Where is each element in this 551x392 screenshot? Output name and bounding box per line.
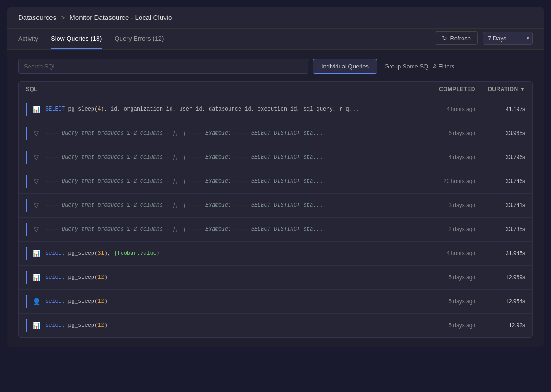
row-completed: 20 hours ago (416, 178, 475, 184)
row-sql: ---- Query that produces 1-2 columns - [… (45, 226, 416, 232)
chart-icon: 📊 (32, 106, 41, 113)
row-completed: 4 days ago (416, 154, 475, 160)
table-row[interactable]: 📊select pg_sleep(31), {foobar.value}4 ho… (19, 242, 532, 266)
main-container: Datasources > Monitor Datasource - Local… (7, 7, 544, 347)
days-select-wrapper: 7 Days 1 Day 30 Days (483, 32, 533, 45)
row-duration: 33.746s (475, 178, 525, 184)
row-duration: 31.945s (475, 250, 525, 256)
breadcrumb-separator: > (61, 14, 65, 21)
row-sql: ---- Query that produces 1-2 columns - [… (45, 130, 416, 136)
refresh-button[interactable]: ↻ Refresh (435, 31, 478, 45)
row-completed: 6 days ago (416, 130, 475, 136)
breadcrumb-root[interactable]: Datasources (18, 14, 56, 21)
toolbar-right: ↻ Refresh 7 Days 1 Day 30 Days (435, 31, 533, 49)
row-completed: 5 days ago (416, 322, 475, 329)
table-row[interactable]: 👤select pg_sleep(12)5 days ago12.954s (19, 290, 532, 314)
table-row[interactable]: 📊SELECT pg_sleep(4), id, organization_id… (19, 97, 532, 121)
tab-activity[interactable]: Activity (18, 29, 38, 49)
table-row[interactable]: 📊select pg_sleep(12)5 days ago12.92s (19, 314, 532, 337)
row-duration: 12.92s (475, 322, 525, 329)
filter-icon: ▽ (32, 154, 41, 161)
content-area: Individual Queries Group Same SQL & Filt… (7, 50, 544, 347)
header-sql: SQL (26, 86, 416, 92)
group-same-sql-button[interactable]: Group Same SQL & Filters (382, 59, 457, 73)
row-duration: 12.969s (475, 274, 525, 281)
row-left-bar (26, 295, 27, 308)
breadcrumb: Datasources > Monitor Datasource - Local… (7, 7, 544, 29)
row-sql: ---- Query that produces 1-2 columns - [… (45, 202, 416, 208)
tab-slow-queries[interactable]: Slow Queries (18) (51, 29, 102, 49)
row-left-bar (26, 127, 27, 140)
row-sql: ---- Query that produces 1-2 columns - [… (45, 178, 416, 184)
queries-table: SQL Completed Duration ▼ 📊SELECT pg_slee… (18, 81, 533, 338)
table-row[interactable]: ▽---- Query that produces 1-2 columns - … (19, 121, 532, 145)
search-filter-row: Individual Queries Group Same SQL & Filt… (18, 59, 533, 74)
table-body: 📊SELECT pg_sleep(4), id, organization_id… (19, 97, 532, 337)
chart-icon: 📊 (32, 322, 41, 329)
breadcrumb-current: Monitor Datasource - Local Cluvio (69, 14, 172, 21)
filter-icon: ▽ (32, 178, 41, 185)
row-left-bar (26, 271, 27, 284)
row-sql: SELECT pg_sleep(4), id, organization_id,… (45, 106, 416, 112)
tab-query-errors[interactable]: Query Errors (12) (114, 29, 164, 49)
chart-icon: 📊 (32, 250, 41, 257)
tabs-bar: Activity Slow Queries (18) Query Errors … (7, 29, 544, 50)
user-icon: 👤 (32, 298, 41, 305)
row-sql: select pg_sleep(31), {foobar.value} (45, 250, 416, 256)
filter-icon: ▽ (32, 226, 41, 233)
table-row[interactable]: ▽---- Query that produces 1-2 columns - … (19, 169, 532, 194)
row-sql: select pg_sleep(12) (45, 322, 416, 329)
row-left-bar (26, 247, 27, 260)
row-duration: 33.741s (475, 202, 525, 208)
filter-icon: ▽ (32, 130, 41, 137)
row-completed: 5 days ago (416, 298, 475, 305)
row-left-bar (26, 199, 27, 212)
individual-queries-button[interactable]: Individual Queries (313, 59, 377, 74)
row-completed: 4 hours ago (416, 106, 475, 112)
row-left-bar (26, 223, 27, 236)
table-row[interactable]: ▽---- Query that produces 1-2 columns - … (19, 145, 532, 169)
row-completed: 3 days ago (416, 202, 475, 208)
duration-sort-icon: ▼ (520, 87, 525, 92)
row-left-bar (26, 103, 27, 116)
chart-icon: 📊 (32, 274, 41, 281)
filter-icon: ▽ (32, 202, 41, 209)
row-left-bar (26, 319, 27, 332)
row-sql: select pg_sleep(12) (45, 274, 416, 281)
row-sql: ---- Query that produces 1-2 columns - [… (45, 154, 416, 160)
row-completed: 2 days ago (416, 226, 475, 232)
row-left-bar (26, 175, 27, 188)
header-duration: Duration ▼ (475, 86, 525, 92)
table-row[interactable]: 📊select pg_sleep(12)5 days ago12.969s (19, 266, 532, 290)
row-duration: 33.965s (475, 130, 525, 136)
row-left-bar (26, 151, 27, 164)
search-input[interactable] (18, 59, 308, 74)
row-duration: 33.796s (475, 154, 525, 160)
row-duration: 12.954s (475, 298, 525, 305)
days-select[interactable]: 7 Days 1 Day 30 Days (483, 32, 533, 45)
table-row[interactable]: ▽---- Query that produces 1-2 columns - … (19, 218, 532, 242)
table-row[interactable]: ▽---- Query that produces 1-2 columns - … (19, 194, 532, 218)
row-completed: 5 days ago (416, 274, 475, 281)
row-duration: 41.197s (475, 106, 525, 112)
header-completed: Completed (416, 86, 475, 92)
table-header: SQL Completed Duration ▼ (19, 82, 532, 97)
row-completed: 4 hours ago (416, 250, 475, 256)
row-duration: 33.735s (475, 226, 525, 232)
refresh-icon: ↻ (442, 34, 447, 42)
row-sql: select pg_sleep(12) (45, 298, 416, 305)
